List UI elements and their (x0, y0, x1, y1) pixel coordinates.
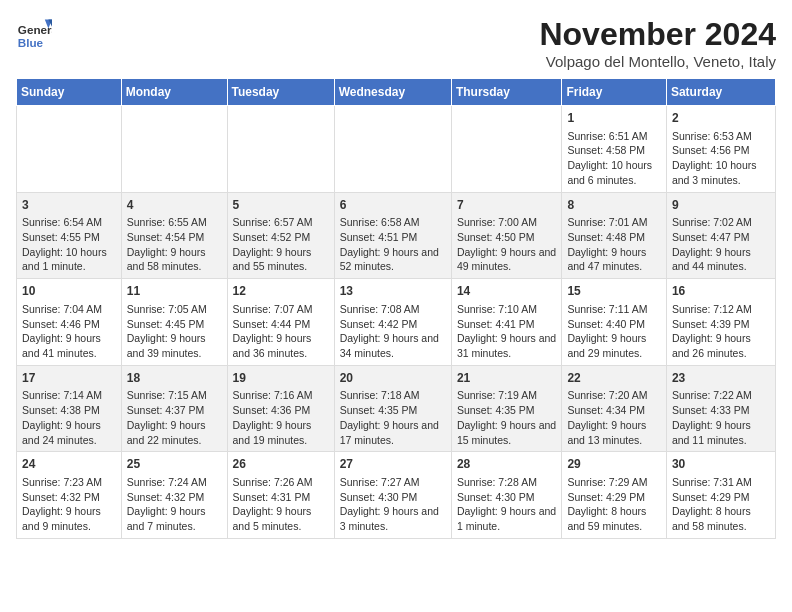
calendar-table: SundayMondayTuesdayWednesdayThursdayFrid… (16, 78, 776, 539)
day-number: 17 (22, 370, 116, 387)
calendar-cell: 6Sunrise: 6:58 AM Sunset: 4:51 PM Daylig… (334, 192, 451, 279)
day-info: Sunrise: 7:24 AM Sunset: 4:32 PM Dayligh… (127, 475, 222, 534)
col-header-thursday: Thursday (451, 79, 562, 106)
day-info: Sunrise: 7:14 AM Sunset: 4:38 PM Dayligh… (22, 388, 116, 447)
day-number: 8 (567, 197, 660, 214)
calendar-cell: 18Sunrise: 7:15 AM Sunset: 4:37 PM Dayli… (121, 365, 227, 452)
calendar-cell: 16Sunrise: 7:12 AM Sunset: 4:39 PM Dayli… (666, 279, 775, 366)
day-info: Sunrise: 7:27 AM Sunset: 4:30 PM Dayligh… (340, 475, 446, 534)
day-number: 27 (340, 456, 446, 473)
day-number: 19 (233, 370, 329, 387)
day-number: 28 (457, 456, 557, 473)
col-header-sunday: Sunday (17, 79, 122, 106)
day-info: Sunrise: 7:15 AM Sunset: 4:37 PM Dayligh… (127, 388, 222, 447)
calendar-cell: 27Sunrise: 7:27 AM Sunset: 4:30 PM Dayli… (334, 452, 451, 539)
day-info: Sunrise: 6:57 AM Sunset: 4:52 PM Dayligh… (233, 215, 329, 274)
calendar-cell: 3Sunrise: 6:54 AM Sunset: 4:55 PM Daylig… (17, 192, 122, 279)
day-number: 23 (672, 370, 770, 387)
calendar-cell: 17Sunrise: 7:14 AM Sunset: 4:38 PM Dayli… (17, 365, 122, 452)
calendar-cell: 21Sunrise: 7:19 AM Sunset: 4:35 PM Dayli… (451, 365, 562, 452)
day-info: Sunrise: 7:10 AM Sunset: 4:41 PM Dayligh… (457, 302, 557, 361)
day-info: Sunrise: 7:04 AM Sunset: 4:46 PM Dayligh… (22, 302, 116, 361)
day-info: Sunrise: 7:23 AM Sunset: 4:32 PM Dayligh… (22, 475, 116, 534)
day-info: Sunrise: 7:20 AM Sunset: 4:34 PM Dayligh… (567, 388, 660, 447)
calendar-cell: 10Sunrise: 7:04 AM Sunset: 4:46 PM Dayli… (17, 279, 122, 366)
day-info: Sunrise: 7:28 AM Sunset: 4:30 PM Dayligh… (457, 475, 557, 534)
calendar-cell: 5Sunrise: 6:57 AM Sunset: 4:52 PM Daylig… (227, 192, 334, 279)
calendar-cell: 2Sunrise: 6:53 AM Sunset: 4:56 PM Daylig… (666, 106, 775, 193)
day-info: Sunrise: 7:11 AM Sunset: 4:40 PM Dayligh… (567, 302, 660, 361)
location-subtitle: Volpago del Montello, Veneto, Italy (539, 53, 776, 70)
day-number: 13 (340, 283, 446, 300)
col-header-saturday: Saturday (666, 79, 775, 106)
svg-text:Blue: Blue (18, 36, 44, 49)
calendar-cell (451, 106, 562, 193)
day-number: 25 (127, 456, 222, 473)
calendar-cell: 25Sunrise: 7:24 AM Sunset: 4:32 PM Dayli… (121, 452, 227, 539)
day-number: 18 (127, 370, 222, 387)
header-row: SundayMondayTuesdayWednesdayThursdayFrid… (17, 79, 776, 106)
calendar-cell (334, 106, 451, 193)
day-number: 2 (672, 110, 770, 127)
day-info: Sunrise: 7:07 AM Sunset: 4:44 PM Dayligh… (233, 302, 329, 361)
calendar-cell: 22Sunrise: 7:20 AM Sunset: 4:34 PM Dayli… (562, 365, 666, 452)
calendar-cell: 24Sunrise: 7:23 AM Sunset: 4:32 PM Dayli… (17, 452, 122, 539)
day-number: 30 (672, 456, 770, 473)
day-number: 14 (457, 283, 557, 300)
title-block: November 2024 Volpago del Montello, Vene… (539, 16, 776, 70)
calendar-cell: 1Sunrise: 6:51 AM Sunset: 4:58 PM Daylig… (562, 106, 666, 193)
day-number: 5 (233, 197, 329, 214)
calendar-cell: 7Sunrise: 7:00 AM Sunset: 4:50 PM Daylig… (451, 192, 562, 279)
day-info: Sunrise: 6:51 AM Sunset: 4:58 PM Dayligh… (567, 129, 660, 188)
calendar-cell (17, 106, 122, 193)
day-info: Sunrise: 7:22 AM Sunset: 4:33 PM Dayligh… (672, 388, 770, 447)
day-number: 21 (457, 370, 557, 387)
week-row-5: 24Sunrise: 7:23 AM Sunset: 4:32 PM Dayli… (17, 452, 776, 539)
day-info: Sunrise: 7:26 AM Sunset: 4:31 PM Dayligh… (233, 475, 329, 534)
day-info: Sunrise: 7:19 AM Sunset: 4:35 PM Dayligh… (457, 388, 557, 447)
day-number: 15 (567, 283, 660, 300)
col-header-wednesday: Wednesday (334, 79, 451, 106)
day-info: Sunrise: 7:29 AM Sunset: 4:29 PM Dayligh… (567, 475, 660, 534)
calendar-cell: 15Sunrise: 7:11 AM Sunset: 4:40 PM Dayli… (562, 279, 666, 366)
day-number: 16 (672, 283, 770, 300)
day-number: 11 (127, 283, 222, 300)
calendar-cell: 12Sunrise: 7:07 AM Sunset: 4:44 PM Dayli… (227, 279, 334, 366)
calendar-cell: 8Sunrise: 7:01 AM Sunset: 4:48 PM Daylig… (562, 192, 666, 279)
calendar-cell: 19Sunrise: 7:16 AM Sunset: 4:36 PM Dayli… (227, 365, 334, 452)
calendar-cell (227, 106, 334, 193)
day-number: 29 (567, 456, 660, 473)
calendar-cell: 13Sunrise: 7:08 AM Sunset: 4:42 PM Dayli… (334, 279, 451, 366)
day-number: 20 (340, 370, 446, 387)
calendar-cell (121, 106, 227, 193)
day-info: Sunrise: 7:12 AM Sunset: 4:39 PM Dayligh… (672, 302, 770, 361)
day-number: 26 (233, 456, 329, 473)
calendar-cell: 29Sunrise: 7:29 AM Sunset: 4:29 PM Dayli… (562, 452, 666, 539)
calendar-cell: 20Sunrise: 7:18 AM Sunset: 4:35 PM Dayli… (334, 365, 451, 452)
day-info: Sunrise: 7:18 AM Sunset: 4:35 PM Dayligh… (340, 388, 446, 447)
day-number: 4 (127, 197, 222, 214)
month-title: November 2024 (539, 16, 776, 53)
calendar-cell: 26Sunrise: 7:26 AM Sunset: 4:31 PM Dayli… (227, 452, 334, 539)
calendar-cell: 23Sunrise: 7:22 AM Sunset: 4:33 PM Dayli… (666, 365, 775, 452)
day-info: Sunrise: 7:00 AM Sunset: 4:50 PM Dayligh… (457, 215, 557, 274)
week-row-1: 1Sunrise: 6:51 AM Sunset: 4:58 PM Daylig… (17, 106, 776, 193)
day-number: 3 (22, 197, 116, 214)
week-row-2: 3Sunrise: 6:54 AM Sunset: 4:55 PM Daylig… (17, 192, 776, 279)
calendar-cell: 9Sunrise: 7:02 AM Sunset: 4:47 PM Daylig… (666, 192, 775, 279)
day-number: 9 (672, 197, 770, 214)
day-info: Sunrise: 7:01 AM Sunset: 4:48 PM Dayligh… (567, 215, 660, 274)
day-number: 7 (457, 197, 557, 214)
day-info: Sunrise: 7:02 AM Sunset: 4:47 PM Dayligh… (672, 215, 770, 274)
day-info: Sunrise: 6:55 AM Sunset: 4:54 PM Dayligh… (127, 215, 222, 274)
logo: General Blue (16, 16, 52, 52)
day-number: 6 (340, 197, 446, 214)
calendar-cell: 11Sunrise: 7:05 AM Sunset: 4:45 PM Dayli… (121, 279, 227, 366)
day-info: Sunrise: 7:05 AM Sunset: 4:45 PM Dayligh… (127, 302, 222, 361)
day-info: Sunrise: 7:08 AM Sunset: 4:42 PM Dayligh… (340, 302, 446, 361)
col-header-tuesday: Tuesday (227, 79, 334, 106)
svg-text:General: General (18, 23, 52, 36)
day-number: 22 (567, 370, 660, 387)
day-info: Sunrise: 6:58 AM Sunset: 4:51 PM Dayligh… (340, 215, 446, 274)
week-row-3: 10Sunrise: 7:04 AM Sunset: 4:46 PM Dayli… (17, 279, 776, 366)
